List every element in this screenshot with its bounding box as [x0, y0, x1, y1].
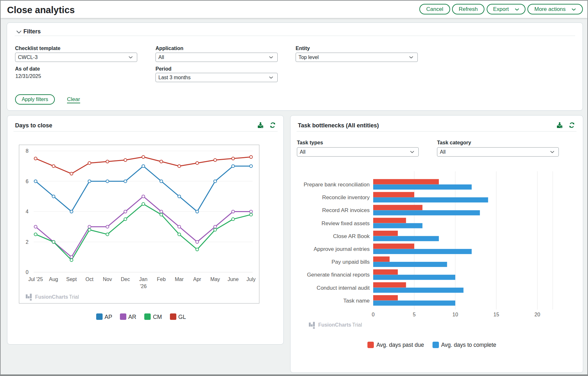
svg-text:Task name: Task name: [343, 298, 370, 304]
svg-text:FusionCharts: FusionCharts: [318, 322, 351, 328]
svg-text:15: 15: [493, 312, 499, 317]
svg-text:'26: '26: [140, 284, 147, 289]
svg-text:Prepare bank reconciliation: Prepare bank reconciliation: [304, 182, 370, 188]
svg-text:June: June: [228, 277, 239, 282]
svg-text:Mar: Mar: [175, 277, 184, 282]
svg-text:0: 0: [372, 312, 375, 317]
svg-text:10: 10: [452, 312, 458, 317]
svg-text:Pay unpaid bills: Pay unpaid bills: [332, 259, 370, 265]
svg-text:8: 8: [26, 148, 29, 154]
svg-text:6: 6: [26, 179, 29, 184]
svg-text:Approve journal entries: Approve journal entries: [314, 246, 370, 252]
svg-text:Oct: Oct: [86, 277, 94, 282]
svg-text:Apr: Apr: [193, 277, 202, 282]
svg-text:FusionCharts: FusionCharts: [35, 294, 68, 300]
svg-text:Sept: Sept: [66, 277, 77, 282]
svg-text:Jul '25: Jul '25: [28, 277, 43, 282]
svg-text:Conduct internal audit: Conduct internal audit: [317, 285, 370, 291]
svg-text:20: 20: [534, 312, 540, 317]
svg-text:Review fixed assets: Review fixed assets: [322, 220, 370, 226]
svg-text:0: 0: [26, 269, 29, 275]
svg-text:Dec: Dec: [121, 277, 130, 282]
svg-text:5: 5: [413, 312, 416, 317]
svg-text:2: 2: [26, 239, 29, 245]
svg-text:Trial: Trial: [352, 322, 362, 328]
svg-text:Reconcile inventory: Reconcile inventory: [322, 194, 370, 201]
svg-text:Trial: Trial: [69, 294, 79, 300]
svg-text:Close AR Book: Close AR Book: [333, 233, 370, 239]
svg-text:Jan: Jan: [139, 277, 147, 282]
svg-text:July: July: [247, 277, 256, 282]
svg-text:Aug: Aug: [49, 277, 58, 282]
svg-text:Record AR invoices: Record AR invoices: [322, 207, 370, 213]
svg-text:4: 4: [26, 209, 29, 214]
svg-text:May: May: [210, 277, 220, 282]
svg-text:Generate financial reports: Generate financial reports: [307, 272, 370, 278]
svg-text:Feb: Feb: [157, 277, 166, 282]
svg-text:Nov: Nov: [103, 277, 112, 282]
